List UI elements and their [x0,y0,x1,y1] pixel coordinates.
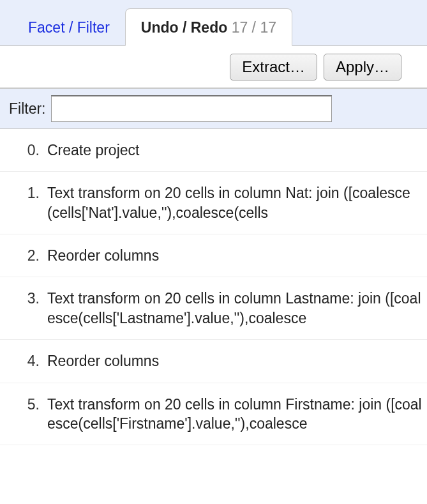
history-text: Reorder columns [47,246,422,265]
history-text: Create project [47,141,422,160]
tab-facet-filter-label: Facet / Filter [28,19,110,36]
extract-button[interactable]: Extract… [230,54,317,80]
filter-input[interactable] [51,95,332,122]
tab-undo-redo[interactable]: Undo / Redo 17 / 17 [125,8,292,46]
history-index: 5. [0,395,47,434]
filter-label: Filter: [9,100,46,118]
history-index: 0. [0,141,47,160]
history-text: Reorder columns [47,351,422,370]
history-list[interactable]: 0. Create project 1. Text transform on 2… [0,129,427,493]
history-index: 2. [0,246,47,265]
filter-bar: Filter: [0,88,427,129]
history-index: 3. [0,289,47,328]
tab-bar: Facet / Filter Undo / Redo 17 / 17 [0,0,427,46]
history-text: Text transform on 20 cells in column Nat… [47,183,422,222]
history-item[interactable]: 4. Reorder columns [0,340,427,383]
history-item[interactable]: 1. Text transform on 20 cells in column … [0,172,427,234]
tab-facet-filter[interactable]: Facet / Filter [13,9,125,45]
undo-redo-count: 17 / 17 [232,19,276,36]
history-item[interactable]: 5. Text transform on 20 cells in column … [0,383,427,446]
tab-undo-redo-label: Undo / Redo [141,19,227,36]
history-item[interactable]: 2. Reorder columns [0,234,427,277]
history-item[interactable]: 3. Text transform on 20 cells in column … [0,277,427,340]
history-index: 1. [0,183,47,222]
history-text: Text transform on 20 cells in column Fir… [47,395,422,434]
toolbar: Extract… Apply… [0,46,427,88]
history-index: 4. [0,351,47,370]
history-item[interactable]: 0. Create project [0,129,427,172]
history-text: Text transform on 20 cells in column Las… [47,289,422,328]
apply-button[interactable]: Apply… [324,54,401,80]
